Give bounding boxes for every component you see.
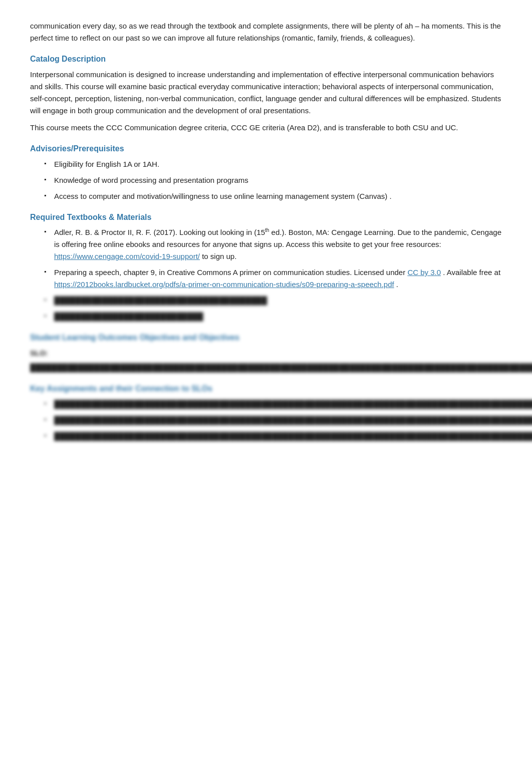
catalog-para1: Interpersonal communication is designed …: [30, 69, 502, 117]
list-item-blurred-4: ████████████████████████████: [44, 311, 502, 323]
blurred-section-slo: Student Learning Outcomes Objectives and…: [30, 332, 502, 374]
textbook-item2-prefix: Preparing a speech, chapter 9, in Creati…: [54, 268, 407, 277]
advisories-section: Advisories/Prerequisites Eligibility for…: [30, 143, 502, 202]
lardbucket-link[interactable]: https://2012books.lardbucket.org/pdfs/a-…: [54, 280, 394, 289]
blurred-section-assignments: Key Assignments and their Connection to …: [30, 383, 502, 442]
list-item: Preparing a speech, chapter 9, in Creati…: [44, 267, 502, 291]
textbooks-list: Adler, R. B. & Proctor II, R. F. (2017).…: [30, 226, 502, 323]
textbook-item1-prefix: Adler, R. B. & Proctor II, R. F. (2017).…: [54, 228, 265, 236]
advisories-heading: Advisories/Prerequisites: [30, 143, 502, 155]
catalog-para2: This course meets the CCC Communication …: [30, 122, 502, 134]
assignments-list: ████████████████████████████████████████…: [30, 398, 502, 442]
catalog-heading: Catalog Description: [30, 53, 502, 66]
list-item-blurred: ████████████████████████████████████████…: [44, 430, 502, 442]
assignments-heading: Key Assignments and their Connection to …: [30, 383, 502, 395]
cengage-link[interactable]: https://www.cengage.com/covid-19-support…: [54, 252, 200, 260]
slo-body: ████████████████████████████████████████…: [30, 362, 502, 374]
list-item: Access to computer and motivation/willin…: [44, 190, 502, 202]
list-item: Eligibility for English 1A or 1AH.: [44, 158, 502, 170]
intro-paragraph: communication every day, so as we read t…: [30, 20, 502, 44]
textbook-item2-middle: . Available free at: [441, 268, 500, 277]
cc-by-link[interactable]: CC by 3.0: [407, 268, 441, 277]
list-item-blurred: ████████████████████████████████████████…: [44, 414, 502, 426]
list-item-blurred-3: ████████████████████████████████████████: [44, 295, 502, 307]
list-item: Knowledge of word processing and present…: [44, 174, 502, 186]
textbook-item1-link-suffix: to sign up.: [200, 252, 236, 260]
required-textbooks-heading: Required Textbooks & Materials: [30, 211, 502, 224]
list-item-blurred: ████████████████████████████████████████…: [44, 398, 502, 410]
slo-heading: Student Learning Outcomes Objectives and…: [30, 332, 502, 344]
required-textbooks-section: Required Textbooks & Materials Adler, R.…: [30, 211, 502, 323]
textbook-item2-suffix: .: [394, 280, 398, 289]
advisories-list: Eligibility for English 1A or 1AH. Knowl…: [30, 158, 502, 202]
slo-sub: SLO:: [30, 347, 502, 359]
catalog-section: Catalog Description Interpersonal commun…: [30, 53, 502, 134]
list-item: Adler, R. B. & Proctor II, R. F. (2017).…: [44, 226, 502, 263]
